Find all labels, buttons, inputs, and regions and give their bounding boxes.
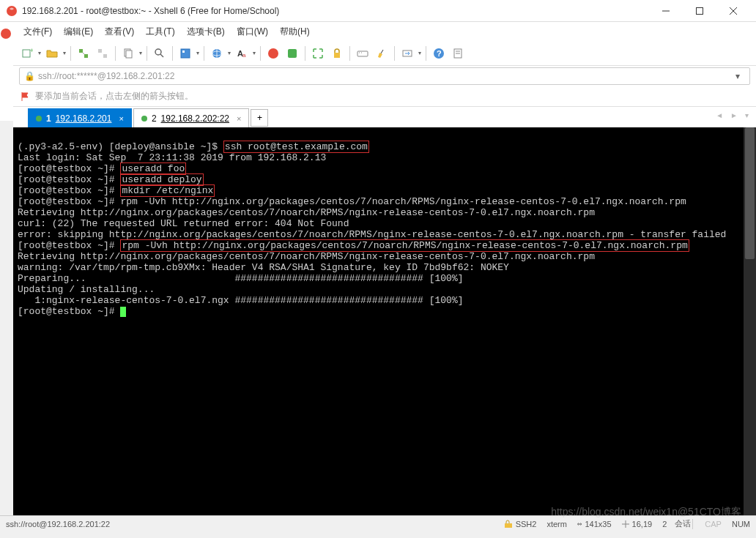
status-sessions: 2 会话 (662, 518, 691, 529)
info-bar: 要添加当前会话，点击左侧的箭头按钮。 (13, 86, 756, 107)
tab-prev-icon[interactable]: ◄ (713, 110, 726, 121)
terminal[interactable]: (.py3-a2.5-env) [deploy@ansible ~]$ ssh … (13, 127, 756, 515)
open-session-icon[interactable] (43, 45, 61, 62)
address-dropdown[interactable]: ▾ (730, 71, 745, 81)
terminal-scrollbar[interactable] (744, 127, 756, 515)
window-controls (649, 0, 750, 22)
menu-file[interactable]: 文件(F) (18, 23, 58, 41)
tab-nav: ◄ ► ▾ (713, 110, 752, 121)
svg-text:?: ? (437, 49, 442, 58)
address-bar: 🔒 ssh://root:******@192.168.2.201:22 ▾ (13, 66, 756, 86)
highlight-icon[interactable] (373, 45, 390, 62)
new-session-dropdown[interactable]: ▾ (37, 45, 42, 62)
svg-point-24 (268, 48, 278, 59)
status-num: NUM (732, 520, 750, 528)
maximize-button[interactable] (683, 0, 716, 22)
status-bar: ssh://root@192.168.2.201:22 SSH2 xterm ⇔… (0, 515, 756, 531)
scrollbar-thumb[interactable] (745, 127, 755, 259)
svg-rect-9 (84, 54, 88, 58)
tab-num: 2 (152, 113, 157, 124)
svg-text:+: + (30, 48, 33, 54)
font-icon[interactable]: Aa (233, 45, 251, 62)
address-input[interactable]: 🔒 ssh://root:******@192.168.2.201:22 ▾ (19, 67, 750, 85)
svg-line-16 (160, 54, 163, 57)
menu-window[interactable]: 窗口(W) (231, 23, 274, 41)
app-icon (6, 5, 18, 17)
keyboard-icon[interactable] (354, 45, 371, 62)
tab-bar: 1 192.168.2.201 × 2 192.168.2.202:22 × +… (13, 107, 756, 127)
svg-line-30 (381, 50, 383, 53)
svg-rect-6 (23, 50, 30, 57)
svg-rect-2 (697, 7, 703, 14)
left-strip (0, 22, 13, 121)
tab-num: 1 (46, 113, 51, 124)
status-path: ssh://root@192.168.2.201:22 (6, 520, 494, 528)
xftp-icon[interactable] (284, 45, 301, 62)
cursor (120, 307, 126, 317)
minimize-button[interactable] (649, 0, 683, 22)
window-title: 192.168.2.201 - root@testbox:~ - Xshell … (22, 6, 649, 16)
globe-dropdown[interactable]: ▾ (226, 45, 232, 62)
menu-edit[interactable]: 编辑(E) (58, 23, 99, 41)
transfer-dropdown[interactable]: ▾ (417, 45, 423, 62)
disconnect-icon[interactable] (94, 45, 111, 62)
svg-rect-26 (334, 53, 340, 58)
open-session-dropdown[interactable]: ▾ (62, 45, 67, 62)
menu-tools[interactable]: 工具(T) (140, 23, 180, 41)
reconnect-icon[interactable] (75, 45, 92, 62)
status-cap: CAP (705, 520, 722, 528)
status-proto: SSH2 (504, 520, 537, 528)
tab-list-icon[interactable]: ▾ (742, 110, 752, 121)
tab-label: 192.168.2.201 (56, 113, 112, 124)
tab-label: 192.168.2.202:22 (161, 113, 229, 124)
svg-rect-8 (79, 49, 83, 53)
new-session-icon[interactable]: + (18, 45, 36, 62)
close-button[interactable] (716, 0, 750, 22)
svg-text:a: a (242, 52, 246, 59)
properties-dropdown[interactable]: ▾ (195, 45, 201, 62)
status-term: xterm (546, 520, 567, 528)
lock-icon[interactable] (328, 45, 346, 62)
menu-view[interactable]: 查看(V) (99, 23, 140, 41)
properties-icon[interactable] (177, 45, 194, 62)
tab-status-icon (141, 116, 147, 122)
copy-icon[interactable] (119, 45, 137, 62)
tab-add-button[interactable]: + (251, 109, 268, 127)
fullscreen-icon[interactable] (309, 45, 327, 62)
title-bar: 192.168.2.201 - root@testbox:~ - Xshell … (0, 0, 756, 22)
lock-small-icon: 🔒 (24, 71, 35, 81)
menu-tabs[interactable]: 选项卡(B) (181, 23, 231, 41)
tab-next-icon[interactable]: ► (727, 110, 741, 121)
menu-bar: 文件(F) 编辑(E) 查看(V) 工具(T) 选项卡(B) 窗口(W) 帮助(… (13, 22, 756, 41)
status-size: ⇔141x35 (577, 519, 612, 528)
tab-close-icon[interactable]: × (237, 114, 241, 123)
svg-point-5 (1, 29, 11, 39)
globe-icon[interactable] (208, 45, 226, 62)
flag-icon[interactable] (21, 91, 31, 102)
transfer-icon[interactable] (399, 45, 416, 62)
menu-help[interactable]: 帮助(H) (274, 23, 316, 41)
svg-rect-11 (98, 49, 102, 53)
svg-rect-18 (182, 51, 185, 53)
svg-rect-14 (126, 51, 132, 58)
svg-rect-12 (103, 54, 107, 58)
copy-dropdown[interactable]: ▾ (138, 45, 144, 62)
xshell-icon[interactable] (264, 45, 282, 62)
svg-rect-17 (181, 49, 190, 58)
tab-status-icon (36, 116, 42, 122)
find-icon[interactable] (151, 45, 168, 62)
svg-rect-25 (288, 49, 297, 58)
font-dropdown[interactable]: ▾ (251, 45, 257, 62)
tab-close-icon[interactable]: × (119, 114, 123, 123)
tab-2[interactable]: 2 192.168.2.202:22 × (133, 108, 250, 127)
info-hint: 要添加当前会话，点击左侧的箭头按钮。 (35, 90, 193, 102)
address-text: ssh://root:******@192.168.2.201:22 (38, 71, 174, 81)
status-pos: 16,19 (622, 520, 653, 528)
help-icon[interactable]: ? (430, 45, 448, 62)
script-icon[interactable] (449, 45, 467, 62)
toolbar: + ▾ ▾ ▾ ▾ ▾ Aa ▾ ▾ ? (13, 41, 756, 66)
svg-rect-27 (357, 51, 368, 56)
svg-point-0 (7, 6, 17, 16)
tab-1[interactable]: 1 192.168.2.201 × (28, 108, 132, 127)
svg-point-15 (155, 49, 161, 55)
